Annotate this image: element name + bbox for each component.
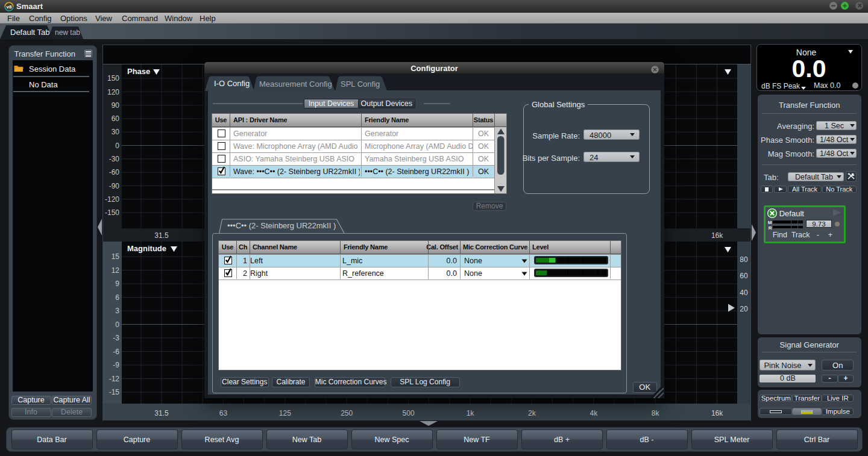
svg-text:16k: 16k (711, 231, 723, 240)
svg-text:1k: 1k (467, 409, 475, 417)
svg-text:30: 30 (112, 128, 120, 136)
svg-text:20: 20 (740, 305, 748, 313)
svg-text:500: 500 (403, 409, 415, 417)
svg-text:90: 90 (112, 101, 120, 110)
svg-text:60: 60 (740, 272, 748, 280)
svg-text:-15: -15 (109, 388, 120, 396)
svg-text:0: 0 (115, 320, 119, 329)
svg-text:-12: -12 (109, 375, 120, 383)
svg-text:Phase: Phase (127, 67, 150, 76)
svg-text:250: 250 (341, 409, 353, 417)
svg-text:63: 63 (219, 409, 228, 417)
svg-text:v8: v8 (7, 4, 12, 10)
svg-text:31.5: 31.5 (154, 231, 169, 240)
svg-text:-150: -150 (105, 208, 119, 217)
svg-text:-6: -6 (113, 348, 119, 356)
svg-text:120: 120 (107, 88, 119, 96)
svg-text:12: 12 (112, 266, 120, 275)
svg-text:Magnitude: Magnitude (127, 244, 166, 253)
svg-text:0: 0 (115, 142, 119, 150)
svg-text:40: 40 (740, 289, 748, 297)
svg-text:150: 150 (107, 74, 119, 83)
svg-text:8k: 8k (652, 409, 660, 417)
svg-text:-30: -30 (109, 155, 120, 163)
svg-text:9: 9 (115, 280, 119, 288)
svg-text:60: 60 (112, 114, 120, 123)
svg-text:4k: 4k (590, 409, 598, 417)
svg-text:31.5: 31.5 (154, 409, 169, 417)
svg-text:3: 3 (115, 307, 119, 315)
svg-text:-60: -60 (109, 168, 120, 176)
svg-text:-3: -3 (113, 334, 119, 342)
svg-text:2k: 2k (528, 409, 536, 417)
svg-text:16k: 16k (711, 409, 723, 417)
svg-text:-90: -90 (109, 182, 120, 190)
svg-text:15: 15 (112, 252, 120, 261)
svg-text:6: 6 (115, 293, 119, 302)
svg-text:125: 125 (279, 409, 291, 417)
svg-text:-120: -120 (105, 195, 119, 204)
svg-text:80: 80 (740, 255, 748, 264)
svg-text:-9: -9 (113, 361, 119, 369)
